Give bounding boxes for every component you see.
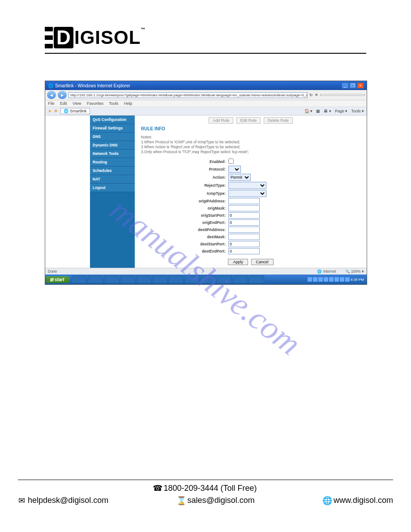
task-item[interactable] (104, 275, 119, 283)
notes-title: Notes: (141, 135, 360, 139)
tray-icon[interactable] (313, 277, 317, 282)
destmask-input[interactable] (228, 234, 260, 240)
task-item[interactable] (72, 275, 87, 283)
print-dropdown[interactable]: 🖶 ▾ (324, 109, 331, 113)
tray-icon[interactable] (318, 277, 323, 282)
sidebar-item-schedules[interactable]: Schedules (90, 167, 135, 175)
tray-icon[interactable] (329, 277, 334, 282)
origend-input[interactable] (228, 219, 260, 226)
sidebar-item-logout[interactable]: Logout (90, 184, 135, 192)
tab-bar: ★ ✚ 🌐 Smartlink 🏠 ▾ ▦ 🖶 ▾ Page ▾ Tools ▾ (45, 107, 367, 116)
task-item[interactable] (217, 275, 232, 283)
url-input[interactable]: http://192.168.1.1/cgi-bin/webproc?getpa… (68, 92, 308, 98)
label-destip: destIPAddress: (188, 227, 228, 232)
tray-icon[interactable] (324, 277, 328, 282)
browser-tab[interactable]: 🌐 Smartlink (60, 108, 90, 114)
tools-dropdown[interactable]: Tools ▾ (351, 109, 364, 113)
note-2: 2.When Action is 'Reject',one of RejectT… (141, 145, 360, 149)
task-item[interactable] (120, 275, 135, 283)
apply-button[interactable]: Apply (228, 259, 248, 265)
menu-view[interactable]: View (73, 101, 81, 106)
logo-stripes (45, 27, 53, 48)
menu-help[interactable]: Help (124, 101, 133, 106)
address-bar: ◄ ► http://192.168.1.1/cgi-bin/webproc?g… (45, 90, 367, 100)
close-button[interactable]: × (357, 82, 364, 89)
icmptype-select[interactable] (228, 190, 266, 197)
menu-bar: File Edit View Favorites Tools Help (45, 100, 367, 107)
task-item[interactable] (249, 275, 264, 283)
action-select[interactable]: Permit (228, 174, 251, 181)
maximize-button[interactable]: ❐ (349, 82, 356, 89)
sidebar-item-firewall[interactable]: Firewall Settings (90, 124, 135, 133)
delete-rule-button[interactable]: Delete Rule (264, 117, 293, 124)
internet-icon: 🌐 (317, 269, 322, 274)
sidebar-item-dns[interactable]: DNS (90, 133, 135, 141)
tray-icon[interactable] (308, 277, 312, 282)
sidebar-item-nat[interactable]: NAT (90, 175, 135, 184)
cancel-button[interactable]: Cancel (251, 259, 274, 265)
page-dropdown[interactable]: Page ▾ (335, 109, 348, 113)
tray-icon[interactable] (340, 277, 344, 282)
mail-icon: ✉ (18, 497, 25, 504)
task-item[interactable] (152, 275, 167, 283)
menu-file[interactable]: File (48, 101, 55, 106)
edit-rule-button[interactable]: Edit Rule (236, 117, 261, 124)
origstart-input[interactable] (228, 212, 260, 219)
window-title: Smartlink - Windows Internet Explorer (55, 83, 130, 88)
menu-edit[interactable]: Edit (60, 101, 67, 106)
sidebar-item-network-tools[interactable]: Network Tools (90, 150, 135, 158)
origmask-input[interactable] (228, 205, 260, 211)
windows-icon: ⊞ (50, 277, 53, 282)
add-rule-button[interactable]: Add Rule (209, 117, 233, 124)
task-item[interactable] (136, 275, 151, 283)
feed-icon[interactable]: ▦ (316, 109, 320, 113)
home-dropdown[interactable]: 🏠 ▾ (304, 109, 313, 113)
enabled-checkbox[interactable] (228, 159, 234, 164)
forward-button[interactable]: ► (58, 91, 67, 99)
origip-input[interactable] (228, 198, 260, 204)
refresh-icon[interactable]: ↻ (309, 93, 313, 97)
zoom-level[interactable]: 🔍 100% ▾ (345, 269, 364, 274)
footer-sales: sales@digisol.com (188, 496, 255, 505)
sidebar-item-ddns[interactable]: Dynamic DNS (90, 141, 135, 150)
window-titlebar: 🌐 Smartlink - Windows Internet Explorer … (45, 81, 367, 90)
taskbar-items (72, 275, 308, 283)
label-destmask: destMask: (188, 235, 228, 239)
deststart-input[interactable] (228, 241, 260, 247)
task-item[interactable] (168, 275, 184, 283)
tab-icon: 🌐 (64, 109, 68, 113)
phone-icon: ☎ (154, 485, 161, 492)
tray-icon[interactable] (345, 277, 350, 282)
label-icmptype: IcmpType: (188, 191, 228, 196)
screenshot-container: 🌐 Smartlink - Windows Internet Explorer … (45, 81, 367, 285)
rejecttype-select[interactable] (228, 182, 266, 189)
favorites-star-icon[interactable]: ★ (48, 109, 51, 113)
start-button[interactable]: ⊞start (46, 276, 70, 283)
hourglass-icon: ⌛ (178, 497, 185, 504)
task-item[interactable] (233, 275, 248, 283)
back-button[interactable]: ◄ (47, 91, 56, 99)
destend-input[interactable] (228, 248, 260, 254)
task-item[interactable] (201, 275, 216, 283)
minimize-button[interactable]: _ (342, 82, 349, 89)
sidebar-item-routing[interactable]: Routing (90, 158, 135, 167)
label-destend: destEndPort: (188, 249, 228, 253)
stop-icon[interactable]: ✕ (315, 93, 318, 97)
sidebar: QoS Configuration Firewall Settings DNS … (90, 116, 135, 268)
tray-icon[interactable] (334, 277, 339, 282)
logo-text: IGISOL™ (74, 27, 146, 48)
menu-favorites[interactable]: Favorites (87, 101, 103, 106)
protocol-select[interactable] (228, 166, 241, 173)
main-panel: Add Rule Edit Rule Delete Rule RULE INFO… (135, 116, 367, 268)
task-item[interactable] (184, 275, 200, 283)
menu-tools[interactable]: Tools (109, 101, 118, 106)
sidebar-item-qos[interactable]: QoS Configuration (90, 116, 135, 124)
logo-d: D (54, 27, 73, 48)
note-1: 1.When Protocol is 'ICMP',one of IcmpTyp… (141, 140, 360, 144)
add-favorite-icon[interactable]: ✚ (54, 109, 58, 113)
footer-phone: 1800-209-3444 (Toll Free) (163, 484, 257, 493)
search-input[interactable] (320, 94, 365, 96)
task-item[interactable] (88, 275, 103, 283)
destip-input[interactable] (228, 227, 260, 233)
status-internet: Internet (323, 269, 336, 274)
